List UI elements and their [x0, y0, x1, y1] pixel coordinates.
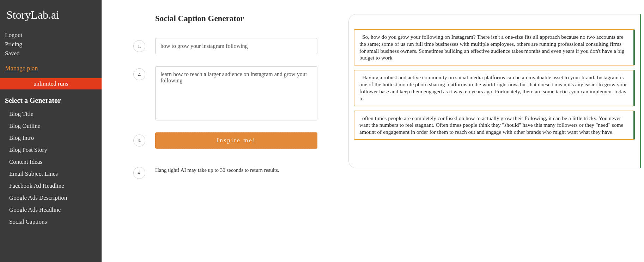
main-content: Social Caption Generator 1. 2. 3. Inspir… [102, 0, 644, 262]
generator-section: Select a Generator Blog Title Blog Outli… [0, 89, 102, 228]
generator-item[interactable]: Content Ideas [5, 156, 97, 168]
generator-item[interactable]: Blog Post Story [5, 144, 97, 156]
logo: StoryLab.ai [0, 0, 102, 26]
nav: Logout Pricing Saved Manage plan [0, 26, 102, 73]
generators-heading: Select a Generator [5, 96, 97, 105]
inspire-button[interactable]: Inspire me! [155, 132, 317, 149]
form-row-4: 4. Hang tight! AI may take up to 30 seco… [133, 165, 348, 179]
result-item[interactable]: Having a robust and active community on … [354, 70, 635, 106]
step-badge-3: 3. [133, 135, 145, 146]
results-panel: So, how do you grow your following on In… [348, 14, 641, 168]
sidebar: StoryLab.ai Logout Pricing Saved Manage … [0, 0, 102, 262]
nav-manage-plan[interactable]: Manage plan [5, 64, 97, 73]
generator-item[interactable]: Facebook Ad Headline [5, 180, 97, 192]
nav-saved[interactable]: Saved [5, 49, 97, 58]
plan-banner: unlimited runs [0, 78, 102, 89]
nav-pricing[interactable]: Pricing [5, 40, 97, 49]
generator-item[interactable]: Email Subject Lines [5, 168, 97, 180]
step-badge-4: 4. [133, 167, 145, 179]
topic-input[interactable] [155, 38, 317, 54]
result-item[interactable]: often times people are completely confus… [354, 111, 635, 140]
generator-item[interactable]: Blog Title [5, 108, 97, 120]
page-title: Social Caption Generator [155, 14, 348, 23]
results-column: So, how do you grow your following on In… [348, 14, 644, 262]
form-column: Social Caption Generator 1. 2. 3. Inspir… [102, 14, 348, 262]
result-item[interactable]: So, how do you grow your following on In… [354, 29, 635, 66]
form-row-3: 3. Inspire me! [133, 132, 348, 149]
form-row-1: 1. [133, 38, 348, 54]
generator-item[interactable]: Google Ads Description [5, 192, 97, 204]
details-input[interactable] [155, 66, 317, 120]
form-row-2: 2. [133, 66, 348, 120]
generator-item[interactable]: Google Ads Headline [5, 204, 97, 216]
generator-item[interactable]: Social Captions [5, 216, 97, 228]
hint-text: Hang tight! AI may take up to 30 seconds… [155, 165, 279, 173]
generator-list: Blog Title Blog Outline Blog Intro Blog … [5, 108, 97, 228]
generator-item[interactable]: Blog Outline [5, 120, 97, 132]
step-badge-1: 1. [133, 40, 145, 52]
generator-item[interactable]: Blog Intro [5, 132, 97, 144]
nav-logout[interactable]: Logout [5, 31, 97, 40]
step-badge-2: 2. [133, 68, 145, 80]
